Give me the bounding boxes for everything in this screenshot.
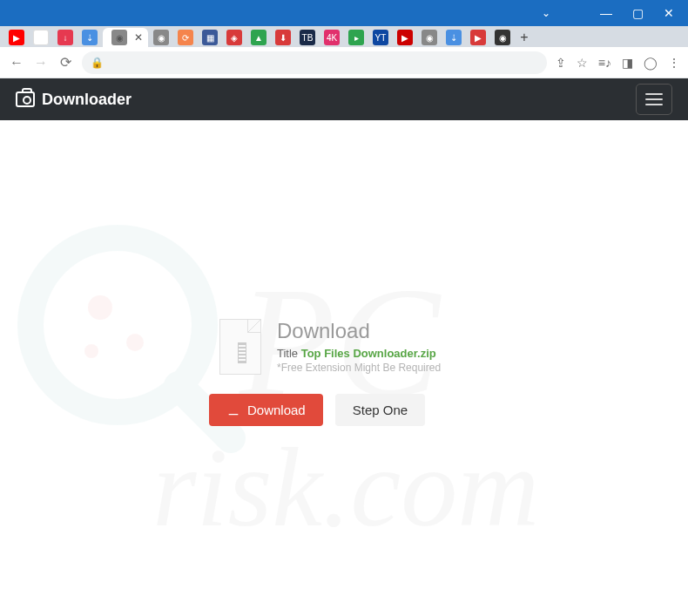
tab-favicon[interactable]: TB bbox=[300, 30, 315, 45]
brand[interactable]: Downloader bbox=[16, 91, 132, 109]
tab-favicon[interactable]: ⇣ bbox=[446, 30, 462, 45]
address-bar[interactable]: 🔒 bbox=[82, 51, 547, 74]
back-button[interactable]: ← bbox=[9, 55, 24, 71]
toolbar-right: ⇪ ☆ ≡♪ ◨ ◯ ⋮ bbox=[556, 56, 679, 70]
tab-favicon[interactable]: ⟳ bbox=[178, 30, 193, 45]
download-card: Download Title Top Files Downloader.zip … bbox=[209, 319, 479, 426]
page-content: PC risk.com Download Title Top Files Dow… bbox=[0, 120, 688, 616]
window-titlebar: ⌄ — ▢ ✕ bbox=[0, 0, 688, 26]
svg-point-3 bbox=[84, 344, 98, 358]
tab-favicon[interactable]: ◉ bbox=[495, 30, 510, 45]
tab-favicon[interactable]: ◉ bbox=[153, 30, 169, 45]
svg-point-1 bbox=[88, 295, 112, 320]
reload-button[interactable]: ⟳ bbox=[57, 54, 73, 71]
menu-button[interactable]: ⋮ bbox=[668, 56, 679, 70]
lock-icon: 🔒 bbox=[91, 57, 104, 69]
tab-favicon[interactable]: ⬇ bbox=[275, 30, 291, 45]
maximize-button[interactable]: ▢ bbox=[622, 3, 653, 24]
bookmark-icon[interactable]: ☆ bbox=[577, 56, 588, 70]
tab-favicon[interactable]: YT bbox=[373, 30, 388, 45]
tab-favicon[interactable]: ▲ bbox=[251, 30, 266, 45]
zip-file-icon bbox=[219, 319, 261, 375]
filename: Top Files Downloader.zip bbox=[301, 347, 436, 360]
svg-point-2 bbox=[126, 334, 144, 351]
share-icon[interactable]: ⇪ bbox=[556, 56, 566, 70]
close-tab-icon[interactable]: ✕ bbox=[134, 31, 143, 44]
sidepanel-icon[interactable]: ◨ bbox=[622, 56, 633, 70]
tab-favicon[interactable]: ▸ bbox=[348, 30, 364, 45]
tab-active[interactable]: ◉✕ bbox=[103, 28, 148, 47]
favicon: ◉ bbox=[111, 30, 127, 45]
minimize-button[interactable]: — bbox=[590, 3, 622, 24]
file-title-line: Title Top Files Downloader.zip bbox=[277, 347, 441, 360]
page-header: Downloader bbox=[0, 78, 688, 120]
tab-favicon[interactable]: G bbox=[33, 30, 49, 45]
browser-toolbar: ← → ⟳ 🔒 ⇪ ☆ ≡♪ ◨ ◯ ⋮ bbox=[0, 47, 688, 78]
tab-favicon[interactable]: ▶ bbox=[470, 30, 486, 45]
tab-favicon[interactable]: 4K bbox=[324, 30, 340, 45]
camera-icon bbox=[16, 91, 35, 107]
tab-favicon[interactable]: ⇣ bbox=[82, 30, 98, 45]
new-tab-button[interactable]: + bbox=[516, 30, 533, 45]
tab-favicon[interactable]: ▶ bbox=[397, 30, 413, 45]
playlist-icon[interactable]: ≡♪ bbox=[598, 56, 611, 70]
tab-favicon[interactable]: ▶ bbox=[9, 30, 24, 45]
brand-text: Downloader bbox=[42, 91, 132, 109]
hamburger-menu-button[interactable] bbox=[636, 84, 672, 115]
download-heading: Download bbox=[277, 319, 441, 343]
tab-favicon[interactable]: ↓ bbox=[57, 30, 73, 45]
tab-favicon[interactable]: ▦ bbox=[202, 30, 218, 45]
svg-point-0 bbox=[30, 238, 205, 412]
tab-favicon[interactable]: ◉ bbox=[422, 30, 437, 45]
chevron-down-icon[interactable]: ⌄ bbox=[542, 7, 550, 19]
forward-button[interactable]: → bbox=[33, 55, 49, 71]
browser-tab-strip: ▶G↓⇣◉✕◉⟳▦◈▲⬇TB4K▸YT▶◉⇣▶◉+ bbox=[0, 26, 688, 47]
profile-icon[interactable]: ◯ bbox=[644, 56, 658, 70]
step-one-button[interactable]: Step One bbox=[335, 394, 425, 426]
download-button[interactable]: Download bbox=[209, 394, 323, 426]
svg-text:risk.com: risk.com bbox=[152, 424, 539, 543]
download-icon bbox=[226, 403, 240, 417]
close-window-button[interactable]: ✕ bbox=[653, 3, 685, 24]
extension-note: *Free Extension Might Be Required bbox=[277, 362, 441, 374]
tab-favicon[interactable]: ◈ bbox=[226, 30, 242, 45]
